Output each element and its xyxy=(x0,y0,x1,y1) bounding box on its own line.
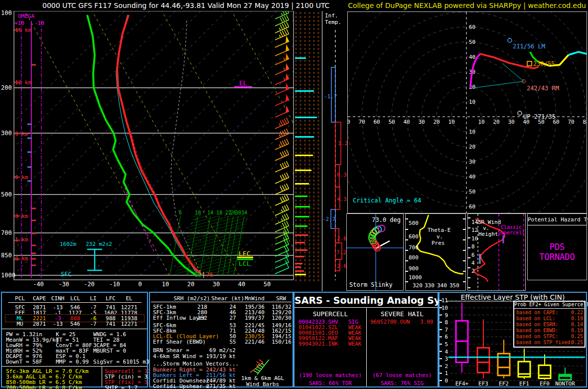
sars-match-id[interactable]: 99043021.INK xyxy=(298,341,338,347)
srw-value: 120/30 xyxy=(269,315,294,321)
brn-shear-label: BRN Shear = xyxy=(153,348,189,353)
svg-text:20: 20 xyxy=(469,144,475,150)
title-bar: 0000 UTC GFS F117 Sounding for 44.46,-93… xyxy=(0,0,588,10)
kinematics-header-divider xyxy=(151,302,292,302)
theta-e-x-tick: 350 xyxy=(449,283,459,288)
svg-text:80: 80 xyxy=(348,119,350,125)
svg-text:8: 8 xyxy=(444,319,448,326)
stp-legend-value: 0.25 xyxy=(569,340,583,345)
hazard-divider xyxy=(528,225,587,225)
corfidi-up-label: UP 271/35 xyxy=(523,114,556,120)
pressure-tick-label: 700 xyxy=(1,230,12,236)
sfc-level-label: SFC xyxy=(61,271,72,277)
pressure-tick-label: 1000 xyxy=(1,272,15,278)
inf-temp-value: 4.3 xyxy=(337,196,347,202)
stp-legend-value: 0.19 xyxy=(569,328,583,333)
hazard-type-panel: Potential Hazard Type PDS TORNADO xyxy=(527,213,587,280)
svg-text:40: 40 xyxy=(469,54,475,60)
storm-slinky-panel: 73.0 deg Storm Slinky xyxy=(346,213,404,291)
thermo-divider-v xyxy=(102,366,102,387)
theta-e-title-1: Theta-E xyxy=(428,227,450,233)
svg-text:30: 30 xyxy=(418,119,425,125)
pressure-tick-label: 200 xyxy=(1,85,12,91)
sars-hail-header: SEVERE HAIL xyxy=(367,311,438,317)
stp-category-label: NONTOR xyxy=(552,381,579,387)
stp-legend-label: based on EBWD: xyxy=(516,328,558,333)
theta-e-y-tick: 700 xyxy=(409,245,419,250)
temp-tick-label: 30 xyxy=(208,281,225,287)
theta-e-title-2: v. xyxy=(437,234,443,239)
svg-text:9: 9 xyxy=(444,312,448,319)
storm-slinky-plot xyxy=(347,214,403,290)
sounding-title: 0000 UTC GFS F117 Sounding for 44.46,-93… xyxy=(42,1,329,9)
right-mover-label[interactable]: 242/43 RM xyxy=(527,85,559,91)
sr-wind-y-tick: 6 xyxy=(471,252,475,258)
sars-match-type[interactable]: WEAK xyxy=(348,341,362,347)
left-mover-label[interactable]: 211/56 LM xyxy=(513,43,545,49)
inf-temp-header-1: Inf. xyxy=(325,13,338,18)
lfc-label: LFC xyxy=(239,250,250,257)
theta-e-y-tick: 900 xyxy=(409,266,419,271)
lcl-height-label: 1602m xyxy=(60,241,76,247)
svg-text:0: 0 xyxy=(444,378,448,384)
sr-wind-y-tick: 14 xyxy=(471,219,478,225)
shear-value: 55 xyxy=(224,339,242,345)
kinematics-panel: 1km & 6km AGL Wind Barbs SRH (m2/s2)Shea… xyxy=(149,292,294,388)
svg-text:30: 30 xyxy=(508,119,514,125)
classic-supercell-label-1: Classic xyxy=(501,225,522,230)
svg-text:3: 3 xyxy=(444,356,448,362)
hodograph-plot: 1020304050601020304050601020304050607080… xyxy=(348,12,587,213)
pressure-tick-label: 100 xyxy=(1,10,12,16)
svg-text:60: 60 xyxy=(469,203,475,210)
hodograph-panel: 1020304050601020304050601020304050607080… xyxy=(347,11,587,213)
slinky-angle-value: 73.0 deg xyxy=(372,217,401,223)
svg-text:1: 1 xyxy=(444,370,448,377)
svg-text:10: 10 xyxy=(478,119,484,125)
mixing-ratio-label: 6 xyxy=(176,210,185,215)
svg-text:40: 40 xyxy=(469,174,475,180)
svg-text:20: 20 xyxy=(433,119,440,125)
sars-hail-result: SARS: 76% SIG xyxy=(367,381,438,386)
sr-wind-panel: SR Wind v. Height Classic Supercell 1412… xyxy=(467,213,526,291)
theta-e-x-tick: 320 xyxy=(413,283,423,288)
sars-title: SARS - Sounding Analog System xyxy=(294,296,438,305)
temp-tick-label: 20 xyxy=(182,281,199,287)
inf-temp-value: -1.7 xyxy=(324,94,337,99)
lapse-rate: 700-500mb LR = 6.8 C/km xyxy=(6,385,82,389)
mixing-ratio-label: 10 xyxy=(193,210,202,215)
thermo-divider-2 xyxy=(2,366,147,367)
hazard-type-line-1: PDS xyxy=(528,243,587,251)
inf-temp-value: 2.6 xyxy=(337,236,347,241)
sars-match-value[interactable]: 3.00 xyxy=(420,319,434,325)
shear-value: 27 xyxy=(224,315,242,321)
thermo-stat: DownT = 58F xyxy=(6,359,42,365)
thermo-stat: MMP = 0.99 xyxy=(56,359,89,365)
classic-supercell-label-2: Supercell xyxy=(498,230,525,235)
stp-legend-value: 0.19 xyxy=(569,316,583,321)
svg-text:70: 70 xyxy=(358,119,365,125)
hazard-title: Potential Hazard Type xyxy=(528,217,587,222)
sr-wind-title-1: SR Wind xyxy=(478,219,501,225)
svg-text:5: 5 xyxy=(444,341,448,348)
thermo-divider-1 xyxy=(2,329,147,329)
barb-caption-2: Wind Barbs xyxy=(235,382,291,387)
svg-text:60: 60 xyxy=(373,119,380,125)
sr-wind-y-tick: 2 xyxy=(471,268,475,274)
inf-temp-value: 7.2 xyxy=(336,250,346,255)
sars-panel: SARS - Sounding Analog System SUPERCELL … xyxy=(294,292,439,388)
pcl-value: 12271 xyxy=(115,321,143,327)
height-km-label: 12 km xyxy=(15,80,31,85)
inf-temp-header-2: Temp. xyxy=(325,19,341,25)
srw-value: 150/16 xyxy=(269,339,294,345)
height-km-label: 1 km xyxy=(15,237,28,242)
brand-link[interactable]: College of DuPage NEXLAB powered via SHA… xyxy=(348,1,586,9)
height-km-label: 9 km xyxy=(15,131,28,137)
storm-motion-value: 271/35 kt xyxy=(195,384,236,389)
kinematics-row-label: Eff Shear (EBWD) xyxy=(153,339,206,345)
temp-tick-label: 40 xyxy=(233,281,250,287)
sars-match-id[interactable]: 96052700.OUN xyxy=(370,319,410,325)
pressure-tick-label: 500 xyxy=(1,192,12,197)
stp-chart-title: Effective Layer STP (with CIN) xyxy=(440,294,586,301)
temp-tick-label: 10 xyxy=(157,281,174,287)
sr-wind-title-2: v. xyxy=(483,225,489,231)
